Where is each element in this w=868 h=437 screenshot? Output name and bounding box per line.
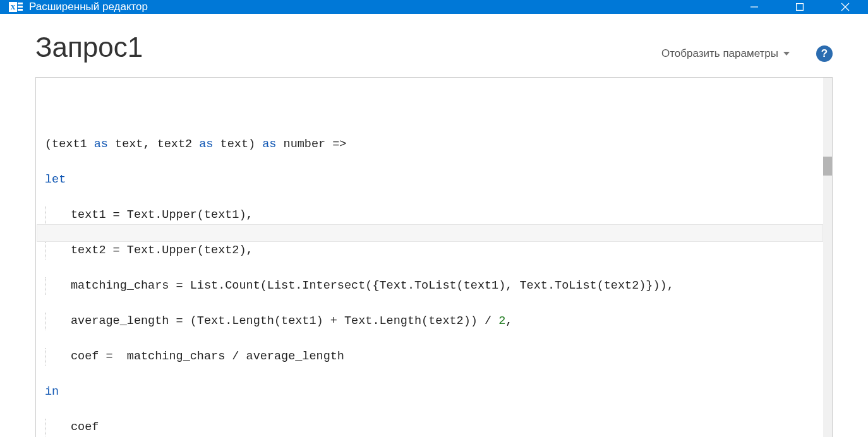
svg-rect-6 [797,4,804,11]
scrollbar-track[interactable] [823,78,832,437]
titlebar: X Расширенный редактор [0,0,868,14]
window-controls [732,0,868,14]
minimize-button[interactable] [732,0,777,14]
svg-rect-4 [18,9,23,11]
svg-text:X: X [11,3,16,11]
header-controls: Отобразить параметры ? [661,45,833,62]
help-icon[interactable]: ? [816,45,833,62]
chevron-down-icon [783,52,790,56]
window-title: Расширенный редактор [29,1,148,13]
svg-rect-3 [18,6,23,8]
display-params-label: Отобразить параметры [661,47,778,60]
display-params-dropdown[interactable]: Отобразить параметры [661,47,790,60]
content-area: Запрос1 Отобразить параметры ? (text1 as… [0,14,868,437]
maximize-button[interactable] [777,0,823,14]
header-row: Запрос1 Отобразить параметры ? [35,32,833,63]
code-content: (text1 as text, text2 as text) as number… [45,118,823,437]
code-editor[interactable]: (text1 as text, text2 as text) as number… [35,77,833,437]
page-title: Запрос1 [35,32,143,63]
close-button[interactable] [823,0,868,14]
excel-icon: X [9,0,23,14]
scrollbar-thumb[interactable] [823,157,832,176]
svg-rect-2 [18,3,23,4]
